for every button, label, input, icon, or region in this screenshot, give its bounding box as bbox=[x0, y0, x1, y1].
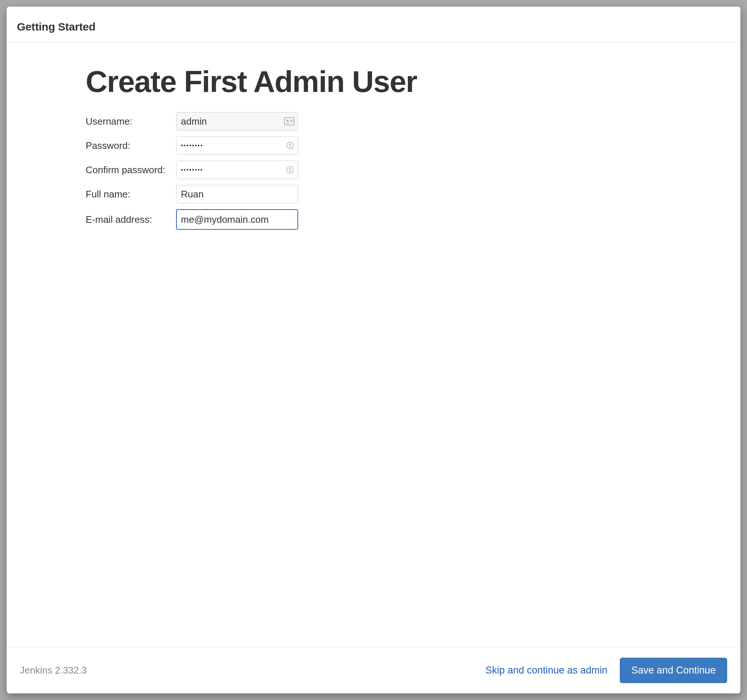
form-row-email: E-mail address: bbox=[86, 209, 667, 230]
password-label: Password: bbox=[86, 140, 176, 151]
form-row-confirm-password: Confirm password: bbox=[86, 161, 667, 179]
email-label: E-mail address: bbox=[86, 214, 176, 225]
svg-rect-7 bbox=[290, 147, 291, 147]
form-row-password: Password: bbox=[86, 136, 667, 155]
modal-title: Getting Started bbox=[17, 21, 730, 33]
full-name-input[interactable] bbox=[176, 185, 298, 203]
modal-header: Getting Started bbox=[7, 7, 740, 42]
key-icon bbox=[286, 165, 295, 174]
form-row-full-name: Full name: bbox=[86, 185, 667, 203]
page-title: Create First Admin User bbox=[86, 64, 667, 99]
contact-card-icon bbox=[284, 117, 295, 125]
modal-body: Create First Admin User Username: Passwo… bbox=[7, 42, 740, 647]
confirm-password-label: Confirm password: bbox=[86, 164, 176, 176]
confirm-password-input-wrap bbox=[176, 161, 298, 179]
svg-rect-2 bbox=[290, 120, 293, 121]
skip-button[interactable]: Skip and continue as admin bbox=[485, 665, 608, 676]
full-name-label: Full name: bbox=[86, 189, 176, 200]
svg-rect-3 bbox=[290, 121, 293, 122]
username-label: Username: bbox=[86, 116, 176, 127]
form-row-username: Username: bbox=[86, 112, 667, 130]
svg-rect-11 bbox=[290, 171, 291, 172]
key-icon bbox=[286, 141, 295, 150]
modal-footer: Jenkins 2.332.3 Skip and continue as adm… bbox=[7, 647, 740, 693]
setup-wizard-modal: Getting Started Create First Admin User … bbox=[7, 7, 740, 693]
save-and-continue-button[interactable]: Save and Continue bbox=[620, 658, 727, 683]
footer-actions: Skip and continue as admin Save and Cont… bbox=[485, 658, 727, 683]
username-input[interactable] bbox=[176, 112, 298, 130]
password-input-wrap bbox=[176, 136, 298, 155]
full-name-input-wrap bbox=[176, 185, 298, 203]
email-input-wrap bbox=[176, 209, 298, 230]
svg-point-9 bbox=[289, 168, 291, 169]
svg-point-1 bbox=[286, 119, 289, 122]
confirm-password-input[interactable] bbox=[176, 161, 298, 179]
email-input[interactable] bbox=[176, 209, 298, 230]
username-input-wrap bbox=[176, 112, 298, 130]
password-input[interactable] bbox=[176, 136, 298, 155]
svg-point-5 bbox=[289, 144, 291, 145]
version-text: Jenkins 2.332.3 bbox=[20, 665, 87, 676]
